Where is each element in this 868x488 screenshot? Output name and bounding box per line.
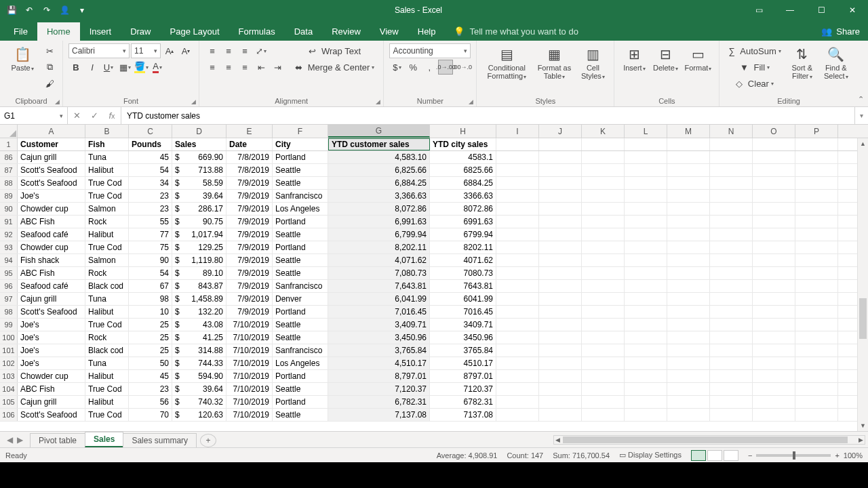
cell-styles-button[interactable]: ▥Cell Styles▾ [577, 43, 608, 82]
cell[interactable]: Cajun grill [18, 151, 85, 163]
cell[interactable]: 6,799.94 [328, 228, 430, 241]
qat-save[interactable]: 💾 [4, 3, 19, 18]
cell[interactable]: 4,583.10 [328, 151, 430, 163]
cell[interactable] [625, 254, 667, 266]
cell[interactable]: Black cod [85, 344, 129, 357]
cell[interactable] [753, 138, 795, 150]
cell[interactable] [539, 254, 582, 266]
sheet-tab-sales[interactable]: Sales [85, 432, 123, 447]
enter-formula-button[interactable]: ✓ [85, 110, 103, 121]
cell[interactable] [710, 190, 753, 202]
accounting-format-button[interactable]: $▾ [389, 60, 404, 75]
cell[interactable]: 7643.81 [430, 280, 496, 292]
cell[interactable] [795, 254, 838, 266]
row-header[interactable]: 104 [0, 383, 18, 395]
cell[interactable]: $89.10 [172, 267, 226, 279]
cell[interactable] [753, 344, 795, 357]
cell[interactable]: Halibut [85, 164, 129, 176]
font-color-button[interactable]: A▾ [150, 60, 165, 75]
tab-insert[interactable]: Insert [80, 22, 121, 41]
cell[interactable]: Los Angeles [273, 203, 328, 215]
cell[interactable] [625, 190, 667, 202]
cell[interactable]: 7/10/2019 [226, 383, 273, 395]
header-cell[interactable]: Customer [18, 138, 85, 150]
cell[interactable]: 7016.45 [430, 306, 496, 318]
cell[interactable] [496, 164, 539, 176]
cell[interactable] [710, 319, 753, 331]
cell[interactable] [753, 319, 795, 331]
cell[interactable]: 7/9/2019 [226, 306, 273, 318]
cell[interactable] [582, 280, 625, 292]
cell[interactable] [710, 331, 753, 344]
decrease-indent-button[interactable]: ⇤ [254, 60, 269, 75]
cell[interactable] [625, 370, 667, 382]
cell[interactable]: ABC Fish [18, 383, 85, 395]
grow-font-button[interactable]: A▴ [162, 43, 177, 58]
number-format-combo[interactable]: Accounting▾ [389, 43, 471, 58]
cell[interactable]: 7/10/2019 [226, 396, 273, 408]
cell[interactable] [582, 190, 625, 202]
cell[interactable]: 7/9/2019 [226, 254, 273, 266]
tab-data[interactable]: Data [285, 22, 322, 41]
cell[interactable]: 54 [129, 267, 172, 279]
cell[interactable]: True Cod [85, 190, 129, 202]
cancel-formula-button[interactable]: ✕ [68, 110, 85, 121]
name-box[interactable]: G1▾ [0, 107, 68, 124]
cell[interactable] [753, 254, 795, 266]
row-header[interactable]: 92 [0, 228, 18, 241]
header-cell[interactable]: Pounds [129, 138, 172, 150]
align-center-button[interactable]: ≡ [221, 60, 236, 75]
cell[interactable]: 7/9/2019 [226, 228, 273, 241]
cell[interactable] [795, 138, 838, 150]
cell[interactable] [582, 344, 625, 357]
cell[interactable] [667, 370, 710, 382]
page-layout-view-button[interactable] [707, 450, 722, 461]
cell[interactable] [753, 216, 795, 228]
cell[interactable] [795, 383, 838, 395]
cell[interactable]: $669.90 [172, 151, 226, 163]
cell[interactable] [625, 344, 667, 357]
cell[interactable] [667, 357, 710, 369]
cell[interactable]: 6991.63 [430, 216, 496, 228]
column-header-I[interactable]: I [496, 125, 539, 138]
comma-format-button[interactable]: , [422, 60, 437, 75]
cell[interactable]: 7137.08 [430, 409, 496, 421]
cell[interactable] [496, 138, 539, 150]
cell[interactable] [667, 409, 710, 421]
cell[interactable]: 3366.63 [430, 190, 496, 202]
cell[interactable] [539, 306, 582, 318]
cell[interactable]: Denver [273, 293, 328, 305]
cell[interactable]: $39.64 [172, 190, 226, 202]
insert-cells-button[interactable]: ⊞Insert▾ [620, 43, 648, 74]
column-header-E[interactable]: E [226, 125, 273, 138]
cell[interactable]: Tuna [85, 151, 129, 163]
row-header[interactable]: 90 [0, 203, 18, 215]
cell[interactable]: 67 [129, 280, 172, 292]
cell[interactable] [582, 357, 625, 369]
cell[interactable]: Seattle [273, 267, 328, 279]
cell[interactable] [667, 383, 710, 395]
formula-bar[interactable]: YTD customer sales [121, 107, 854, 124]
cell[interactable]: Seattle [273, 164, 328, 176]
clear-button[interactable]: ◇ Clear▾ [725, 76, 784, 91]
share-button[interactable]: 👥Share [813, 22, 868, 41]
cell[interactable]: $314.88 [172, 344, 226, 357]
cell[interactable]: 7/10/2019 [226, 370, 273, 382]
column-header-N[interactable]: N [710, 125, 753, 138]
cell[interactable]: Scott's Seafood [18, 306, 85, 318]
cell[interactable] [667, 396, 710, 408]
cell[interactable]: 3,366.63 [328, 190, 430, 202]
cell[interactable] [539, 409, 582, 421]
cell[interactable] [582, 138, 625, 150]
tab-review[interactable]: Review [322, 22, 370, 41]
cell[interactable] [795, 228, 838, 241]
cell[interactable] [539, 228, 582, 241]
cell[interactable] [539, 331, 582, 344]
cell[interactable] [710, 164, 753, 176]
cell[interactable]: $120.63 [172, 409, 226, 421]
cell[interactable]: 34 [129, 177, 172, 189]
cell[interactable] [539, 370, 582, 382]
cell[interactable] [625, 306, 667, 318]
cell[interactable]: 56 [129, 396, 172, 408]
cell[interactable] [710, 267, 753, 279]
